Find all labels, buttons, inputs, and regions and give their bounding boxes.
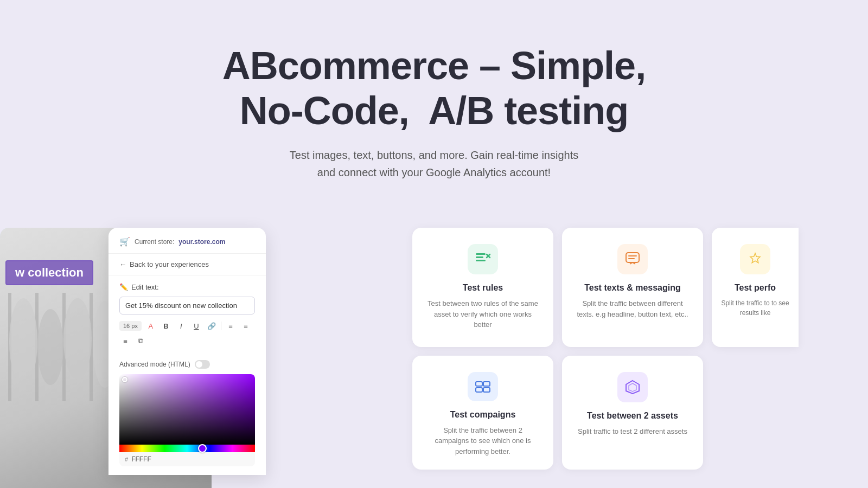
test-assets-icon (617, 372, 648, 402)
test-rules-title: Test rules (463, 283, 503, 293)
toolbar-separator (221, 322, 221, 330)
toolbar: 16 px A B I U 🔗 ≡ ≡ ≡ ⧉ (119, 320, 255, 347)
edit-icon: ✏️ (119, 283, 128, 291)
color-picker[interactable]: # FFFFF (119, 374, 255, 466)
svg-rect-24 (476, 388, 482, 392)
editor-back[interactable]: ← Back to your experiences (108, 254, 266, 275)
hero-title: ABcommerce – Simple,No-Code, A/B testing (11, 43, 857, 133)
advanced-mode: Advanced mode (HTML) (108, 355, 266, 374)
svg-rect-25 (483, 382, 490, 386)
store-editor-card: 🛒 Current store: your.store.com ← Back t… (108, 228, 266, 475)
test-campaigns-title: Test compaigns (450, 410, 516, 420)
align-center-icon[interactable]: ≡ (240, 320, 252, 332)
font-size-badge[interactable]: 16 px (119, 321, 142, 331)
feature-card-test-perf: Test perfo Split the traffic to to see r… (712, 228, 799, 347)
test-perf-desc: Split the traffic to to see results like (720, 298, 790, 318)
feature-card-test-campaigns: Test compaigns Split the traffic between… (412, 356, 553, 470)
align-right-icon[interactable]: ≡ (119, 335, 131, 347)
test-campaigns-icon (468, 372, 498, 401)
feature-card-test-rules: Test rules Test between two rules of the… (412, 228, 553, 347)
test-assets-title: Test between 2 assets (587, 411, 678, 421)
hex-value[interactable]: FFFFF (131, 455, 151, 463)
edit-label: ✏️ Edit text: (119, 283, 255, 291)
feature-card-test-texts: Test texts & messaging Split the traffic… (562, 228, 703, 347)
back-arrow-icon: ← (119, 260, 126, 268)
svg-marker-28 (629, 383, 636, 391)
hero-subtitle: Test images, text, buttons, and more. Ga… (11, 146, 857, 181)
svg-rect-26 (483, 388, 490, 392)
test-texts-desc: Split the traffic between different text… (575, 298, 690, 319)
test-assets-desc: Split traffic to test 2 different assets (578, 426, 687, 437)
copy-icon[interactable]: ⧉ (135, 335, 146, 347)
hue-thumb[interactable] (198, 444, 207, 453)
link-icon[interactable]: 🔗 (206, 320, 218, 332)
svg-rect-20 (626, 253, 639, 262)
svg-point-8 (9, 298, 37, 385)
svg-point-10 (63, 298, 92, 380)
test-texts-title: Test texts & messaging (584, 283, 681, 293)
bottom-section: w collection 🛒 Current store: your.store… (0, 228, 868, 488)
color-circle-handle[interactable] (122, 377, 127, 382)
advanced-mode-label: Advanced mode (HTML) (119, 361, 190, 368)
font-color-icon[interactable]: A (145, 320, 157, 332)
test-texts-icon (617, 244, 648, 274)
left-panel: w collection 🛒 Current store: your.store… (0, 228, 369, 488)
editor-header: 🛒 Current store: your.store.com (108, 228, 266, 254)
italic-icon[interactable]: I (175, 320, 187, 332)
collection-label: w collection (5, 260, 93, 285)
color-gradient[interactable] (119, 374, 255, 445)
test-perf-icon (740, 244, 770, 274)
svg-rect-15 (476, 253, 486, 255)
edit-section: ✏️ Edit text: 16 px A B I U 🔗 ≡ ≡ ≡ ⧉ (108, 275, 266, 355)
test-perf-title: Test perfo (735, 283, 776, 293)
text-input[interactable] (119, 297, 255, 314)
test-rules-icon (468, 244, 498, 274)
align-left-icon[interactable]: ≡ (225, 320, 237, 332)
back-label: Back to your experiences (130, 260, 209, 268)
store-label: Current store: (135, 238, 174, 246)
feature-card-test-assets: Test between 2 assets Split traffic to t… (562, 356, 703, 470)
test-rules-desc: Test between two rules of the same asset… (425, 298, 540, 330)
hero-section: ABcommerce – Simple,No-Code, A/B testing… (0, 0, 868, 203)
test-campaigns-desc: Split the traffic between 2 campaigns to… (425, 425, 540, 457)
cart-icon: 🛒 (119, 236, 130, 247)
hex-input: # FFFFF (119, 452, 255, 466)
hue-slider[interactable] (119, 445, 255, 452)
underline-icon[interactable]: U (190, 320, 202, 332)
feature-cards-grid: Test rules Test between two rules of the… (369, 228, 868, 470)
svg-rect-23 (476, 382, 482, 386)
advanced-mode-toggle[interactable] (195, 360, 210, 369)
svg-point-9 (37, 309, 63, 385)
hex-label: # (125, 456, 128, 463)
svg-rect-17 (476, 260, 486, 261)
svg-rect-16 (476, 256, 483, 258)
bold-icon[interactable]: B (160, 320, 172, 332)
store-url: your.store.com (178, 238, 225, 246)
